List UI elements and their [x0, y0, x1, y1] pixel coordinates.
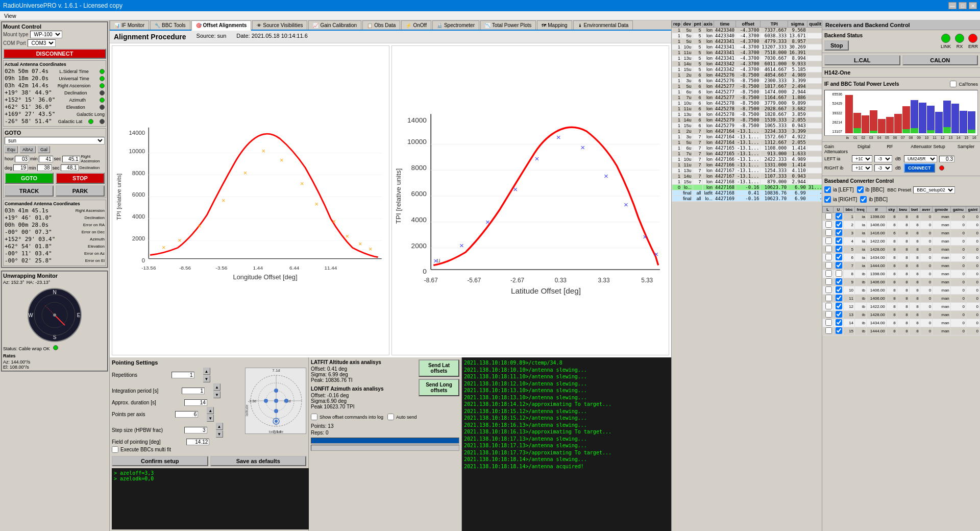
- table-cell: [807, 44, 822, 50]
- table-cell: 7: [693, 162, 702, 168]
- close-button[interactable]: ✕: [969, 2, 977, 9]
- send-lon-button[interactable]: Send Long offsets: [419, 379, 459, 396]
- save-defaults-button[interactable]: Save as defaults: [210, 456, 307, 466]
- fop-input[interactable]: [186, 439, 209, 445]
- tab-obs-data-label: Obs Data: [374, 22, 396, 28]
- confirm-setup-button[interactable]: Confirm setup: [112, 456, 208, 466]
- tab-offset-alignments[interactable]: 🎯 Offset Alignments: [191, 20, 252, 31]
- deg-sec-input[interactable]: [61, 164, 79, 171]
- right-bbc-checkbox[interactable]: [860, 196, 867, 203]
- disconnect-button[interactable]: DISCONNECT: [3, 49, 106, 59]
- integration-input[interactable]: [182, 388, 205, 394]
- deg-min-input[interactable]: [37, 164, 52, 171]
- tab-total-power-plots[interactable]: 📉 Total Power Plots: [480, 20, 536, 30]
- mapping-icon: 🗺: [542, 23, 546, 28]
- track-button[interactable]: TRACK: [5, 185, 54, 197]
- tab-environmental-data[interactable]: 🌡 Environmental Data: [573, 20, 633, 30]
- offset-alignments-icon: 🎯: [196, 23, 202, 28]
- cal-tones-checkbox[interactable]: [950, 81, 957, 87]
- bbc-table-row: 4ia1422.008880man00: [823, 237, 980, 246]
- table-cell: -4.3700: [736, 56, 761, 61]
- bar-08: [911, 100, 918, 133]
- mount-type-select[interactable]: WP-100: [30, 31, 62, 38]
- left-sampler-input[interactable]: [939, 156, 954, 162]
- tab-if-monitor[interactable]: 📊 IF Monitor: [110, 20, 149, 30]
- tab-spectrometer[interactable]: 🔬 Spectrometer: [432, 20, 479, 30]
- tab-mapping[interactable]: 🗺 Mapping: [537, 20, 572, 30]
- table-cell: 4614.667: [761, 67, 788, 73]
- min-input[interactable]: [39, 156, 53, 162]
- stop-backend-button[interactable]: Stop: [824, 40, 849, 51]
- goto-button[interactable]: GOTO: [5, 173, 54, 184]
- menu-view[interactable]: View: [2, 13, 18, 19]
- table-row: 15u5lon4423340-4.37006038.33313.671: [672, 33, 822, 39]
- bbc-preset-select[interactable]: BBC_setup02: [913, 186, 955, 194]
- rep-down-btn[interactable]: ▼: [203, 375, 210, 382]
- int-down-btn[interactable]: ▼: [213, 391, 220, 398]
- maximize-button[interactable]: □: [959, 2, 967, 9]
- connect-button[interactable]: CONNECT: [904, 163, 935, 173]
- show-offset-checkbox[interactable]: [311, 414, 317, 420]
- int-up-btn[interactable]: ▲: [213, 383, 220, 391]
- left-ia-checkbox[interactable]: [824, 186, 831, 193]
- park-button[interactable]: PARK: [56, 185, 105, 197]
- sec-input[interactable]: [62, 156, 80, 162]
- table-cell: [807, 84, 822, 89]
- tab-gain-calibration[interactable]: 📈 Gain Calibration: [308, 20, 361, 30]
- hour-input[interactable]: [15, 156, 29, 162]
- right-rf-select[interactable]: -3: [874, 164, 892, 172]
- approx-dur-input[interactable]: [184, 399, 207, 406]
- svg-text:-3.56: -3.56: [216, 265, 228, 271]
- ss-up-btn[interactable]: ▲: [216, 423, 223, 430]
- tab-bbc-tools[interactable]: 🔧 BBC Tools: [150, 20, 190, 30]
- table-cell: 1: [672, 112, 682, 117]
- minimize-button[interactable]: —: [948, 2, 957, 9]
- table-cell: all: [693, 196, 702, 202]
- table-scroll[interactable]: rep dev pnt axis time offset TPI sigma q…: [672, 20, 822, 531]
- ppa-up-btn[interactable]: ▲: [207, 407, 214, 414]
- right-digital-select[interactable]: +10: [852, 164, 872, 172]
- auto-send-checkbox[interactable]: [387, 414, 394, 420]
- tab-onoff[interactable]: ⚡ OnOff: [401, 20, 431, 30]
- table-cell: lon: [702, 33, 714, 39]
- table-cell: -: [807, 190, 822, 196]
- err-el-value: -00° 02' 25.8": [5, 257, 52, 264]
- tab-source-visibilities[interactable]: 👁 Source Visibilities: [252, 20, 307, 30]
- calon-button[interactable]: CALON: [902, 55, 978, 65]
- send-lat-button[interactable]: Send Lat offsets: [419, 359, 459, 377]
- left-rf-select[interactable]: -3: [874, 155, 892, 162]
- bbc-col-freq: freq: [855, 207, 867, 213]
- stop-button[interactable]: STOP: [56, 173, 105, 184]
- gal-button[interactable]: Gal: [38, 146, 50, 153]
- ss-down-btn[interactable]: ▼: [216, 430, 223, 438]
- ppa-down-btn[interactable]: ▼: [207, 415, 214, 422]
- rep-up-btn[interactable]: ▲: [203, 368, 210, 375]
- goto-source-select[interactable]: sun: [5, 137, 105, 144]
- svg-point-9: [53, 313, 56, 317]
- step-size-input[interactable]: [184, 427, 207, 433]
- err-status: ERR: [968, 34, 978, 49]
- bar-12-b: [943, 101, 951, 127]
- gal-lat-row: -26° 58' 51.4" Galactic Lat: [5, 118, 105, 125]
- deg-input[interactable]: [13, 164, 28, 171]
- left-digital-select[interactable]: +10: [852, 155, 872, 162]
- right-ia-checkbox[interactable]: [824, 196, 831, 203]
- repetitions-input[interactable]: [172, 372, 194, 378]
- altaz-button[interactable]: AltAz: [20, 146, 36, 153]
- compass-container: N S W E: [27, 287, 83, 343]
- log-line: 2021.138.10:18:13.10>/antenna slewing...: [464, 387, 669, 394]
- tab-obs-data[interactable]: 📋 Obs Data: [362, 20, 400, 30]
- x-07: 07: [899, 136, 907, 139]
- bbc-table-row: 12ib1422.008880man00: [823, 303, 980, 311]
- table-cell: 4423340: [714, 28, 736, 33]
- lcal-button[interactable]: L.CAL: [824, 55, 900, 65]
- equ-button[interactable]: Equ: [5, 146, 18, 153]
- com-port-select[interactable]: COM3: [28, 39, 56, 47]
- execute-bbc-checkbox[interactable]: [112, 446, 118, 453]
- left-bbc-checkbox[interactable]: [857, 186, 864, 193]
- col-rep: rep: [672, 21, 682, 28]
- bbc-table-area[interactable]: L U bbc freq if sky bwu bwl aver gmode g…: [822, 206, 980, 531]
- table-cell: 4425278: [714, 101, 736, 106]
- left-setup-select[interactable]: UM245R: [904, 155, 937, 162]
- points-per-axis-input[interactable]: [175, 411, 198, 418]
